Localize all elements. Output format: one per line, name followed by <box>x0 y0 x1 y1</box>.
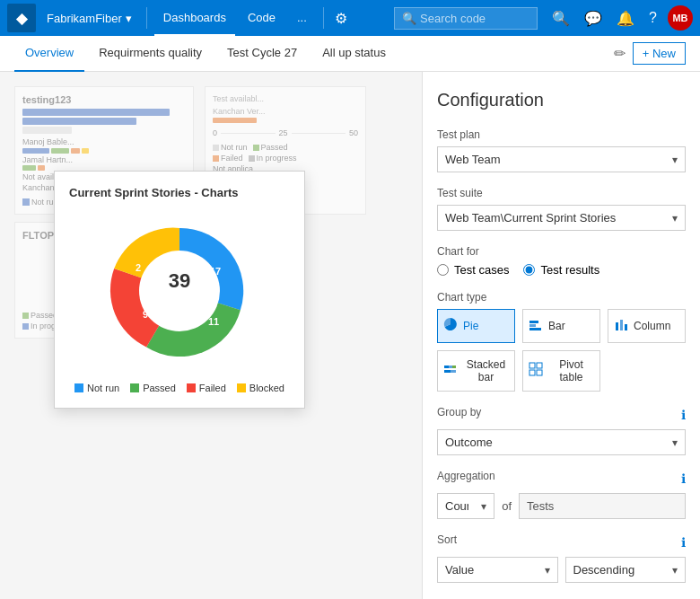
notifications-icon[interactable]: 🔔 <box>613 6 638 31</box>
aggregation-select[interactable]: Count <box>438 494 494 518</box>
tab-overview[interactable]: Overview <box>14 36 84 72</box>
chart-for-section: Chart for Test cases Test results <box>437 245 686 277</box>
org-selector[interactable]: FabrikamFiber ▾ <box>39 8 139 29</box>
svg-rect-12 <box>529 324 536 327</box>
svg-rect-24 <box>529 370 535 375</box>
group-by-section: Group by ℹ Outcome <box>437 406 686 455</box>
left-content: testing123 Manoj Bable... Jamal Hartn... <box>0 72 422 599</box>
tab-all-up-status[interactable]: All up status <box>311 36 397 72</box>
pencil-icon[interactable]: ✏ <box>614 45 626 62</box>
legend-dot-not-run <box>74 383 83 392</box>
svg-rect-25 <box>537 370 542 375</box>
group-by-info-icon[interactable]: ℹ <box>681 408 686 422</box>
sort-section: Sort ℹ Value Descending <box>437 533 686 583</box>
user-avatar[interactable]: MB <box>668 5 693 31</box>
legend-dot-passed <box>130 383 139 392</box>
chart-type-grid: Pie Bar <box>437 309 686 392</box>
test-suite-select[interactable]: Web Team\Current Sprint Stories <box>438 206 685 230</box>
legend-label-passed: Passed <box>143 383 176 393</box>
svg-rect-11 <box>529 321 538 323</box>
svg-text:17: 17 <box>210 266 221 277</box>
chart-type-label: Chart type <box>437 291 686 304</box>
test-plan-select[interactable]: Web Team <box>438 147 685 172</box>
radio-test-cases-input[interactable] <box>437 264 449 276</box>
stacked-bar-label: Stacked bar <box>463 358 509 383</box>
legend-not-run: Not run <box>74 383 119 393</box>
sort-label: Sort <box>437 533 457 546</box>
test-suite-select-wrapper[interactable]: Web Team\Current Sprint Stories <box>437 205 686 231</box>
svg-text:2: 2 <box>136 262 141 273</box>
sort-value-select-wrapper[interactable]: Value <box>437 557 558 583</box>
chart-for-radio-group: Test cases Test results <box>437 263 686 277</box>
nav-divider-2 <box>323 7 324 29</box>
pivot-table-label: Pivot table <box>548 358 594 383</box>
svg-text:9: 9 <box>143 309 148 320</box>
aggregation-row: Count of <box>437 493 686 519</box>
sort-value-select[interactable]: Value <box>438 558 557 582</box>
org-dropdown-icon: ▾ <box>126 12 132 25</box>
nav-more[interactable]: ... <box>288 0 316 36</box>
svg-text:11: 11 <box>208 316 219 327</box>
column-icon <box>614 317 628 335</box>
config-title: Configuration <box>437 90 686 110</box>
search-box[interactable]: 🔍 <box>394 7 538 30</box>
chart-type-stacked-bar[interactable]: Stacked bar <box>437 350 515 392</box>
svg-rect-19 <box>452 366 456 368</box>
test-plan-section: Test plan Web Team <box>437 128 686 172</box>
chat-icon[interactable]: 💬 <box>581 6 606 31</box>
svg-rect-13 <box>529 328 541 330</box>
test-plan-select-wrapper[interactable]: Web Team <box>437 146 686 172</box>
search-input[interactable] <box>420 12 537 25</box>
sort-direction-select[interactable]: Descending <box>566 558 686 582</box>
settings-icon[interactable]: ⚙ <box>331 6 351 31</box>
svg-rect-16 <box>625 324 627 330</box>
nav-divider <box>146 7 147 29</box>
sort-row: Value Descending <box>437 557 686 583</box>
chart-type-bar[interactable]: Bar <box>522 309 600 343</box>
nav-code[interactable]: Code <box>239 0 284 36</box>
radio-test-results-input[interactable] <box>523 264 535 276</box>
nav-dashboards[interactable]: Dashboards <box>154 0 235 36</box>
aggregation-info-icon[interactable]: ℹ <box>681 471 686 486</box>
legend-passed: Passed <box>130 383 176 393</box>
bar-label: Bar <box>548 320 565 332</box>
tab-test-cycle[interactable]: Test Cycle 27 <box>216 36 308 72</box>
chart-popup-title: Current Sprint Stories - Charts <box>69 186 290 199</box>
help-icon[interactable]: ? <box>645 6 661 30</box>
group-by-select[interactable]: Outcome <box>438 430 685 454</box>
sort-info-icon[interactable]: ℹ <box>681 535 686 550</box>
legend-label-blocked: Blocked <box>249 383 284 393</box>
chart-type-pie[interactable]: Pie <box>437 309 515 343</box>
svg-rect-17 <box>444 366 449 368</box>
stacked-bar-icon <box>443 362 458 380</box>
sub-navigation: Overview Requirments quality Test Cycle … <box>0 36 700 72</box>
tab-requirements-quality[interactable]: Requirments quality <box>88 36 213 72</box>
aggregation-select-wrapper[interactable]: Count <box>437 493 494 519</box>
sort-header-row: Sort ℹ <box>437 533 686 551</box>
radio-test-cases-label: Test cases <box>454 263 509 277</box>
sub-nav-actions: ✏ + New <box>614 42 686 65</box>
legend-dot-blocked <box>237 383 246 392</box>
aggregation-label: Aggregation <box>437 470 495 482</box>
svg-rect-18 <box>449 366 452 368</box>
chart-type-column[interactable]: Column <box>608 309 686 343</box>
pivot-table-icon <box>529 362 543 380</box>
new-button[interactable]: + New <box>633 42 686 65</box>
group-by-select-wrapper[interactable]: Outcome <box>437 429 686 455</box>
column-label: Column <box>634 320 670 332</box>
radio-test-results[interactable]: Test results <box>523 263 599 277</box>
chart-type-pivot-table[interactable]: Pivot table <box>522 350 600 392</box>
configuration-panel: Configuration Test plan Web Team Test su… <box>422 72 700 599</box>
main-area: testing123 Manoj Bable... Jamal Hartn... <box>0 72 700 599</box>
org-name: FabrikamFiber <box>47 12 122 25</box>
radio-test-cases[interactable]: Test cases <box>437 263 509 277</box>
pie-icon <box>443 317 458 335</box>
svg-rect-22 <box>529 363 535 368</box>
sort-direction-select-wrapper[interactable]: Descending <box>565 557 687 583</box>
legend-failed: Failed <box>187 383 226 393</box>
legend-dot-failed <box>187 383 196 392</box>
test-suite-label: Test suite <box>437 187 686 199</box>
search-icon-2[interactable]: 🔍 <box>548 6 573 31</box>
group-by-label: Group by <box>437 406 481 418</box>
svg-rect-14 <box>616 322 618 330</box>
